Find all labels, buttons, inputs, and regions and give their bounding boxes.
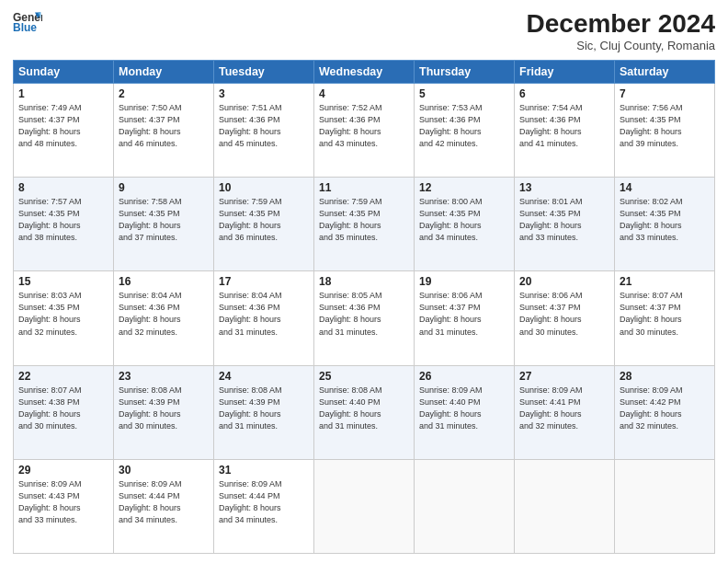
day-number: 21 bbox=[620, 275, 710, 288]
calendar-cell bbox=[515, 459, 615, 553]
day-number: 6 bbox=[519, 87, 609, 100]
day-info: Sunrise: 8:09 AM Sunset: 4:42 PM Dayligh… bbox=[620, 385, 710, 432]
day-number: 19 bbox=[419, 275, 509, 288]
calendar-cell: 16Sunrise: 8:04 AM Sunset: 4:36 PM Dayli… bbox=[114, 271, 214, 365]
calendar-cell: 4Sunrise: 7:52 AM Sunset: 4:36 PM Daylig… bbox=[314, 84, 415, 178]
day-info: Sunrise: 8:07 AM Sunset: 4:38 PM Dayligh… bbox=[18, 385, 108, 432]
calendar-cell bbox=[415, 459, 515, 553]
calendar-cell: 26Sunrise: 8:09 AM Sunset: 4:40 PM Dayli… bbox=[415, 365, 515, 459]
calendar-cell: 30Sunrise: 8:09 AM Sunset: 4:44 PM Dayli… bbox=[114, 459, 214, 553]
day-info: Sunrise: 7:49 AM Sunset: 4:37 PM Dayligh… bbox=[18, 102, 108, 150]
day-info: Sunrise: 7:56 AM Sunset: 4:35 PM Dayligh… bbox=[620, 102, 710, 150]
day-info: Sunrise: 8:03 AM Sunset: 4:35 PM Dayligh… bbox=[18, 290, 108, 338]
calendar-cell: 22Sunrise: 8:07 AM Sunset: 4:38 PM Dayli… bbox=[14, 365, 114, 459]
day-number: 11 bbox=[319, 181, 409, 194]
day-info: Sunrise: 8:06 AM Sunset: 4:37 PM Dayligh… bbox=[519, 290, 609, 338]
calendar-cell bbox=[615, 459, 715, 553]
day-info: Sunrise: 7:53 AM Sunset: 4:36 PM Dayligh… bbox=[419, 102, 509, 150]
calendar-cell: 10Sunrise: 7:59 AM Sunset: 4:35 PM Dayli… bbox=[214, 178, 314, 271]
day-info: Sunrise: 7:50 AM Sunset: 4:37 PM Dayligh… bbox=[119, 102, 209, 150]
calendar-cell: 15Sunrise: 8:03 AM Sunset: 4:35 PM Dayli… bbox=[14, 271, 114, 365]
day-number: 5 bbox=[419, 87, 509, 100]
day-info: Sunrise: 8:08 AM Sunset: 4:39 PM Dayligh… bbox=[219, 385, 309, 432]
day-info: Sunrise: 7:54 AM Sunset: 4:36 PM Dayligh… bbox=[519, 102, 609, 150]
svg-text:Blue: Blue bbox=[13, 21, 37, 34]
day-info: Sunrise: 7:52 AM Sunset: 4:36 PM Dayligh… bbox=[319, 102, 409, 150]
day-number: 17 bbox=[219, 275, 309, 288]
day-info: Sunrise: 7:59 AM Sunset: 4:35 PM Dayligh… bbox=[219, 196, 309, 244]
day-info: Sunrise: 7:58 AM Sunset: 4:35 PM Dayligh… bbox=[119, 196, 209, 244]
calendar-cell: 19Sunrise: 8:06 AM Sunset: 4:37 PM Dayli… bbox=[415, 271, 515, 365]
day-info: Sunrise: 8:07 AM Sunset: 4:37 PM Dayligh… bbox=[620, 290, 710, 338]
weekday-header-sunday: Sunday bbox=[14, 61, 114, 84]
calendar-cell: 1Sunrise: 7:49 AM Sunset: 4:37 PM Daylig… bbox=[14, 84, 114, 178]
day-info: Sunrise: 8:02 AM Sunset: 4:35 PM Dayligh… bbox=[620, 196, 710, 244]
calendar-cell: 25Sunrise: 8:08 AM Sunset: 4:40 PM Dayli… bbox=[314, 365, 415, 459]
day-info: Sunrise: 8:00 AM Sunset: 4:35 PM Dayligh… bbox=[419, 196, 509, 244]
weekday-header-friday: Friday bbox=[515, 61, 615, 84]
calendar-cell: 12Sunrise: 8:00 AM Sunset: 4:35 PM Dayli… bbox=[415, 178, 515, 271]
day-info: Sunrise: 8:09 AM Sunset: 4:44 PM Dayligh… bbox=[119, 478, 209, 526]
day-number: 9 bbox=[119, 181, 209, 194]
calendar-cell: 9Sunrise: 7:58 AM Sunset: 4:35 PM Daylig… bbox=[114, 178, 214, 271]
day-info: Sunrise: 8:08 AM Sunset: 4:39 PM Dayligh… bbox=[119, 385, 209, 432]
calendar-cell: 5Sunrise: 7:53 AM Sunset: 4:36 PM Daylig… bbox=[415, 84, 515, 178]
calendar-cell: 11Sunrise: 7:59 AM Sunset: 4:35 PM Dayli… bbox=[314, 178, 415, 271]
day-info: Sunrise: 8:04 AM Sunset: 4:36 PM Dayligh… bbox=[119, 290, 209, 338]
day-number: 15 bbox=[18, 275, 108, 288]
day-number: 23 bbox=[119, 370, 209, 383]
day-number: 31 bbox=[219, 464, 309, 477]
calendar-cell: 23Sunrise: 8:08 AM Sunset: 4:39 PM Dayli… bbox=[114, 365, 214, 459]
day-info: Sunrise: 8:01 AM Sunset: 4:35 PM Dayligh… bbox=[519, 196, 609, 244]
day-number: 10 bbox=[219, 181, 309, 194]
day-number: 30 bbox=[119, 464, 209, 477]
day-info: Sunrise: 8:09 AM Sunset: 4:40 PM Dayligh… bbox=[419, 385, 509, 432]
weekday-header-tuesday: Tuesday bbox=[214, 61, 314, 84]
month-title: December 2024 bbox=[527, 9, 715, 39]
logo-icon: General Blue bbox=[13, 9, 42, 35]
title-block: December 2024 Sic, Cluj County, Romania bbox=[527, 9, 715, 52]
calendar-cell: 17Sunrise: 8:04 AM Sunset: 4:36 PM Dayli… bbox=[214, 271, 314, 365]
logo: General Blue bbox=[13, 9, 42, 35]
day-number: 28 bbox=[620, 370, 710, 383]
day-number: 13 bbox=[519, 181, 609, 194]
calendar-cell bbox=[314, 459, 415, 553]
day-info: Sunrise: 8:04 AM Sunset: 4:36 PM Dayligh… bbox=[219, 290, 309, 338]
calendar-cell: 3Sunrise: 7:51 AM Sunset: 4:36 PM Daylig… bbox=[214, 84, 314, 178]
calendar-cell: 28Sunrise: 8:09 AM Sunset: 4:42 PM Dayli… bbox=[615, 365, 715, 459]
day-number: 8 bbox=[18, 181, 108, 194]
day-number: 18 bbox=[319, 275, 409, 288]
calendar-cell: 6Sunrise: 7:54 AM Sunset: 4:36 PM Daylig… bbox=[515, 84, 615, 178]
calendar-cell: 27Sunrise: 8:09 AM Sunset: 4:41 PM Dayli… bbox=[515, 365, 615, 459]
day-number: 2 bbox=[119, 87, 209, 100]
day-number: 27 bbox=[519, 370, 609, 383]
day-info: Sunrise: 8:05 AM Sunset: 4:36 PM Dayligh… bbox=[319, 290, 409, 338]
day-info: Sunrise: 8:06 AM Sunset: 4:37 PM Dayligh… bbox=[419, 290, 509, 338]
calendar-table: SundayMondayTuesdayWednesdayThursdayFrid… bbox=[13, 60, 715, 554]
calendar-cell: 21Sunrise: 8:07 AM Sunset: 4:37 PM Dayli… bbox=[615, 271, 715, 365]
weekday-header-monday: Monday bbox=[114, 61, 214, 84]
calendar-cell: 7Sunrise: 7:56 AM Sunset: 4:35 PM Daylig… bbox=[615, 84, 715, 178]
calendar-cell: 24Sunrise: 8:08 AM Sunset: 4:39 PM Dayli… bbox=[214, 365, 314, 459]
day-number: 12 bbox=[419, 181, 509, 194]
day-number: 29 bbox=[18, 464, 108, 477]
day-info: Sunrise: 8:09 AM Sunset: 4:43 PM Dayligh… bbox=[18, 478, 108, 526]
calendar-cell: 13Sunrise: 8:01 AM Sunset: 4:35 PM Dayli… bbox=[515, 178, 615, 271]
day-number: 14 bbox=[620, 181, 710, 194]
day-info: Sunrise: 7:59 AM Sunset: 4:35 PM Dayligh… bbox=[319, 196, 409, 244]
weekday-header-saturday: Saturday bbox=[615, 61, 715, 84]
calendar-cell: 31Sunrise: 8:09 AM Sunset: 4:44 PM Dayli… bbox=[214, 459, 314, 553]
day-number: 25 bbox=[319, 370, 409, 383]
day-number: 3 bbox=[219, 87, 309, 100]
day-number: 7 bbox=[620, 87, 710, 100]
calendar-cell: 8Sunrise: 7:57 AM Sunset: 4:35 PM Daylig… bbox=[14, 178, 114, 271]
calendar-cell: 29Sunrise: 8:09 AM Sunset: 4:43 PM Dayli… bbox=[14, 459, 114, 553]
day-number: 20 bbox=[519, 275, 609, 288]
day-info: Sunrise: 7:57 AM Sunset: 4:35 PM Dayligh… bbox=[18, 196, 108, 244]
day-number: 16 bbox=[119, 275, 209, 288]
calendar-cell: 2Sunrise: 7:50 AM Sunset: 4:37 PM Daylig… bbox=[114, 84, 214, 178]
day-info: Sunrise: 8:09 AM Sunset: 4:41 PM Dayligh… bbox=[519, 385, 609, 432]
page-header: General Blue December 2024 Sic, Cluj Cou… bbox=[13, 9, 715, 52]
calendar-cell: 18Sunrise: 8:05 AM Sunset: 4:36 PM Dayli… bbox=[314, 271, 415, 365]
day-info: Sunrise: 8:09 AM Sunset: 4:44 PM Dayligh… bbox=[219, 478, 309, 526]
